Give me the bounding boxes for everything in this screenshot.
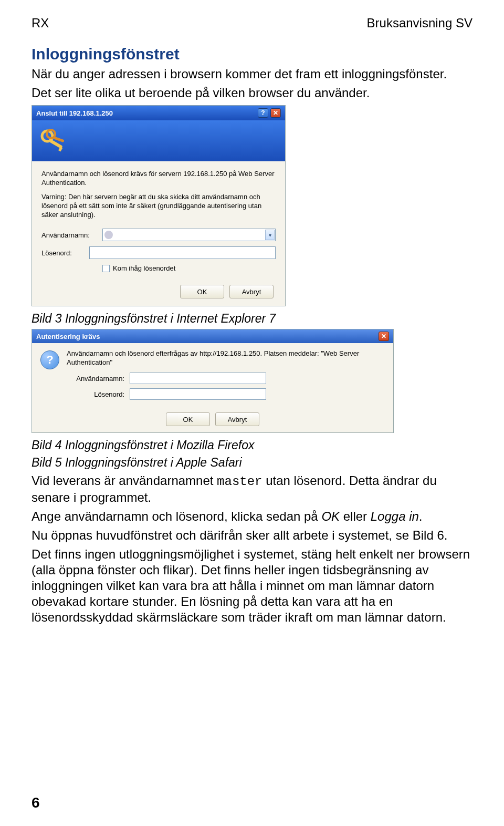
cancel-button[interactable]: Avbryt xyxy=(215,412,259,426)
remember-checkbox[interactable] xyxy=(102,265,110,272)
ie-username-label: Användarnamn: xyxy=(41,231,102,239)
ie-username-input[interactable] xyxy=(102,229,276,241)
caption-firefox: Bild 4 Inloggningsfönstret i Mozilla Fir… xyxy=(32,438,472,452)
ie-login-dialog: Anslut till 192.168.1.250 ? ✕ Användarna… xyxy=(32,105,286,306)
header-right: Bruksanvisning SV xyxy=(367,16,472,30)
ff-username-input[interactable] xyxy=(130,373,266,384)
keys-icon xyxy=(39,128,68,154)
ff-password-label: Lösenord: xyxy=(67,390,130,398)
ie-titlebar: Anslut till 192.168.1.250 ? ✕ xyxy=(32,106,285,120)
header-left: RX xyxy=(32,16,49,30)
ie-password-input[interactable] xyxy=(89,246,276,259)
chevron-down-icon[interactable]: ▾ xyxy=(265,230,275,240)
ok-button[interactable]: OK xyxy=(166,412,210,426)
ff-title-text: Autentisering krävs xyxy=(36,333,100,340)
ie-warning: Varning: Den här servern begär att du sk… xyxy=(41,193,276,220)
ie-title-text: Anslut till 192.168.1.250 xyxy=(36,109,113,117)
section-heading: Inloggningsfönstret xyxy=(32,45,472,63)
ff-password-input[interactable] xyxy=(130,388,266,400)
caption-ie: Bild 3 Inloggningsfönstret i Internet Ex… xyxy=(32,312,472,326)
para-huvudfonster: Nu öppnas huvudfönstret och därifrån ske… xyxy=(32,528,472,543)
intro-line1: När du anger adressen i browsern kommer … xyxy=(32,66,472,82)
cancel-button[interactable]: Avbryt xyxy=(229,285,274,298)
page-number: 6 xyxy=(32,794,40,811)
ok-button[interactable]: OK xyxy=(180,285,224,298)
caption-safari: Bild 5 Inloggningsfönstret i Apple Safar… xyxy=(32,456,472,470)
para-utloggning: Det finns ingen utloggningsmöjlighet i s… xyxy=(32,546,472,625)
firefox-login-dialog: Autentisering krävs ✕ ? Användarnamn och… xyxy=(32,329,394,433)
intro-line2: Det ser lite olika ut beroende på vilken… xyxy=(32,85,472,101)
para-leverans: Vid leverans är användarnamnet master ut… xyxy=(32,473,472,505)
ff-message: Användarnamn och lösenord efterfrågas av… xyxy=(67,349,385,367)
close-icon[interactable]: ✕ xyxy=(270,108,281,118)
para-ange: Ange användarnamn och lösenord, klicka s… xyxy=(32,509,472,524)
close-icon[interactable]: ✕ xyxy=(379,332,389,341)
ie-password-label: Lösenord: xyxy=(41,249,89,257)
ff-username-label: Användarnamn: xyxy=(67,375,130,383)
help-icon[interactable]: ? xyxy=(258,108,268,118)
ie-banner xyxy=(32,120,285,161)
question-icon: ? xyxy=(40,350,59,369)
remember-label: Kom ihåg lösenordet xyxy=(113,264,175,272)
ff-titlebar: Autentisering krävs ✕ xyxy=(32,329,393,343)
ie-instruction: Användarnamn och lösenord krävs för serv… xyxy=(41,170,276,188)
